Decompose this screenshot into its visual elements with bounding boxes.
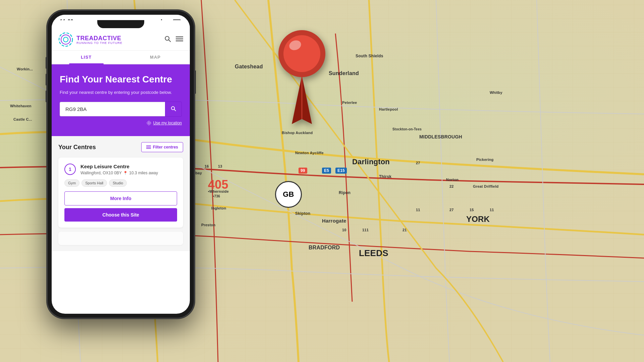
use-location-link[interactable]: Use my location [60, 121, 182, 125]
location-icon [147, 121, 151, 125]
map-label: 22 [449, 184, 454, 188]
card-actions: More Info Choose this Site [64, 191, 177, 222]
map-label: 11 [490, 208, 494, 212]
svg-point-20 [148, 122, 150, 124]
svg-point-21 [147, 121, 151, 125]
choose-site-button[interactable]: Choose this Site [64, 208, 177, 222]
map-label: 16 [205, 164, 209, 168]
tags: Gym Sports Hall Studio [64, 179, 177, 187]
map-label: Newton Aycliffe [295, 151, 324, 155]
map-label: MIDDLESBROUGH [419, 134, 462, 139]
centre-number: 1 [64, 164, 76, 175]
svg-point-1 [283, 35, 320, 72]
tag-gym: Gym [64, 179, 79, 187]
centre-info: Keep Leisure Centre Wallingford, OX10 0B… [80, 164, 177, 175]
use-location-label[interactable]: Use my location [153, 121, 182, 125]
app-header: TREADACTIVE RUNNING TO THE FUTURE [52, 29, 190, 51]
map-label: Workin... [17, 67, 33, 71]
map-label: Norton [446, 178, 459, 182]
postcode-input[interactable] [60, 102, 165, 116]
map-label: Stockton-on-Tees [392, 127, 422, 131]
logo-area: TREADACTIVE RUNNING TO THE FUTURE [58, 32, 122, 47]
route-badge-e15: E15 [335, 168, 347, 174]
tag-sports-hall: Sports Hall [82, 179, 107, 187]
centre-top: 1 Keep Leisure Centre Wallingford, OX10 … [64, 164, 177, 175]
search-button-icon [171, 106, 176, 111]
map-label: 15 [470, 208, 474, 212]
more-info-button[interactable]: More Info [64, 191, 177, 205]
map-label: Pickering [476, 158, 493, 162]
map-label: 111 [362, 228, 369, 232]
svg-point-11 [61, 35, 70, 44]
pin-icon: 📍 [123, 171, 128, 175]
map-label: 13 [218, 164, 222, 168]
second-centre-card-preview [58, 232, 183, 245]
app-content: TREADACTIVE RUNNING TO THE FUTURE [52, 29, 190, 314]
route-badge-e5: E5 [322, 168, 331, 174]
svg-line-14 [169, 40, 170, 41]
map-label: Whitehaven [10, 104, 32, 108]
svg-point-12 [63, 37, 68, 42]
menu-icon[interactable] [176, 36, 183, 43]
phone-screen: 11:29 [52, 15, 190, 314]
logo-icon [58, 32, 73, 47]
centres-title: Your Centres [58, 144, 96, 151]
map-label: YORK [466, 215, 490, 224]
map-label: Preston [201, 223, 215, 227]
centres-header: Your Centres Filter centres [58, 142, 183, 152]
notch-area [52, 20, 190, 28]
map-label: Gateshead [235, 64, 263, 70]
search-row [60, 102, 182, 117]
header-icons [164, 36, 183, 44]
map-label: Ripon [339, 190, 351, 195]
map-label: 27 [416, 161, 420, 165]
route-badge: 99 [299, 168, 307, 174]
gb-badge: GB [275, 181, 302, 208]
map-label: •736 [213, 194, 220, 198]
tab-map[interactable]: MAP [121, 51, 190, 64]
map-label: •Whernside [208, 189, 229, 193]
find-banner: Find Your Nearest Centre Find your neare… [52, 64, 190, 136]
find-description: Find your nearest centre by entering you… [60, 89, 182, 96]
map-label: South Shields [356, 54, 383, 58]
logo-tagline: RUNNING TO THE FUTURE [76, 41, 122, 45]
phone-frame: 11:29 [47, 10, 195, 318]
search-icon[interactable] [164, 36, 171, 44]
map-label: Castle C... [13, 117, 32, 121]
map-label: Peterlee [342, 101, 357, 105]
map-label: BRADFORD [309, 245, 340, 251]
tab-list[interactable]: LIST [52, 51, 121, 64]
app-tabs: LIST MAP [52, 51, 190, 64]
centres-section: Your Centres Filter centres [52, 136, 190, 251]
map-label: Sunderland [329, 70, 359, 76]
phone-wrapper: 11:29 [47, 10, 195, 318]
find-title: Find Your Nearest Centre [60, 74, 182, 85]
filter-icon [146, 145, 151, 149]
logo-text: TREADACTIVE RUNNING TO THE FUTURE [76, 35, 122, 45]
map-label: LEEDS [359, 248, 388, 258]
centre-address: Wallingford, OX10 0BY 📍 10.3 miles away [80, 171, 177, 175]
tag-studio: Studio [109, 179, 127, 187]
map-label: 10 [342, 228, 346, 232]
notch [97, 20, 144, 28]
logo-brand: TREADACTIVE [76, 35, 122, 42]
map-label: Ingleton [211, 206, 226, 210]
map-label: Whitby [490, 90, 502, 95]
map-label: Darlington [352, 158, 390, 166]
centre-name: Keep Leisure Centre [80, 164, 177, 169]
map-label: 21 [402, 228, 407, 232]
map-label: Hartlepool [379, 107, 398, 111]
map-label: Great Driffield [473, 184, 498, 188]
map-label: 27 [449, 208, 454, 212]
svg-line-19 [174, 109, 175, 111]
map-label: 11 [416, 208, 420, 212]
scroll-area[interactable]: Find Your Nearest Centre Find your neare… [52, 64, 190, 314]
map-label: Thirsk [379, 174, 391, 179]
centre-card: 1 Keep Leisure Centre Wallingford, OX10 … [58, 158, 183, 228]
filter-centres-button[interactable]: Filter centres [141, 142, 183, 152]
map-label: Skipton [295, 211, 310, 216]
postcode-search-button[interactable] [165, 102, 182, 117]
map-label: Harrogate [322, 218, 346, 224]
map-pin [275, 27, 329, 135]
